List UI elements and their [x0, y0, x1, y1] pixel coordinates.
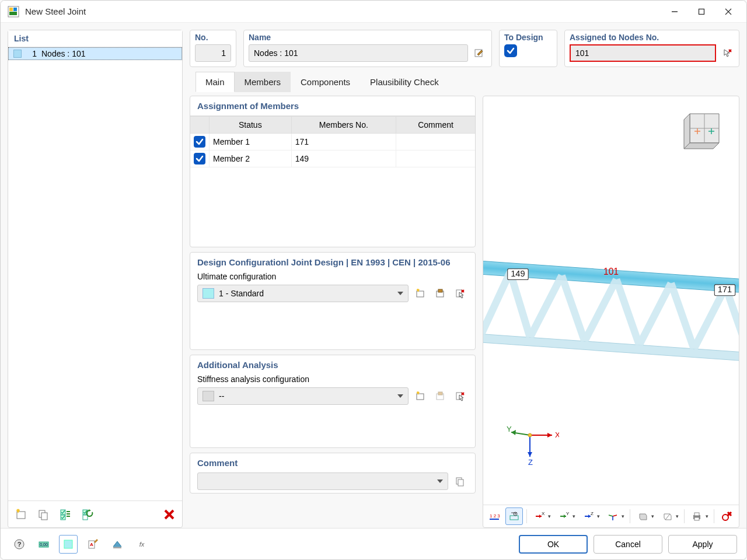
view-z-button[interactable]: Z — [580, 508, 597, 525]
svg-marker-87 — [640, 514, 647, 520]
form-column: Assignment of Members Status Members No.… — [190, 96, 476, 528]
delete-item-button[interactable] — [160, 505, 179, 524]
svg-line-55 — [666, 284, 698, 349]
window-maximize-button[interactable] — [688, 3, 715, 20]
assigned-nodes-label: Assigned to Nodes No. — [570, 33, 734, 42]
svg-rect-92 — [694, 517, 699, 520]
title-bar: New Steel Joint — [1, 1, 746, 23]
dimensions-toggle-button[interactable] — [505, 508, 523, 525]
color-button[interactable] — [59, 535, 78, 554]
list-item-index: 1 — [26, 49, 37, 58]
member-row-checkbox[interactable] — [194, 136, 205, 148]
name-label: Name — [249, 33, 487, 42]
name-field-block: Name — [243, 30, 492, 67]
stiffness-config-combo[interactable]: -- — [197, 387, 409, 405]
comment-copy-button[interactable] — [452, 473, 468, 489]
table-row[interactable]: Member 2 149 — [190, 150, 475, 167]
assigned-nodes-input[interactable] — [570, 44, 716, 62]
print-button[interactable] — [688, 508, 706, 525]
tab-strip: Main Members Components Plausibility Che… — [190, 72, 739, 92]
new-item-button[interactable] — [12, 505, 30, 524]
preview-canvas[interactable]: 149 101 171 X Y — [483, 96, 739, 505]
ok-button[interactable]: OK — [519, 535, 588, 554]
remove-view-button[interactable] — [718, 508, 735, 525]
loads-button[interactable] — [108, 535, 127, 554]
copy-item-button[interactable] — [34, 505, 53, 524]
member-number: 171 — [291, 134, 396, 150]
units-button[interactable]: 0,00 — [34, 535, 53, 554]
member-row-checkbox[interactable] — [194, 153, 205, 164]
library-config-button[interactable] — [432, 285, 448, 302]
members-col-blank — [190, 116, 210, 134]
members-col-status[interactable]: Status — [210, 116, 292, 134]
ultimate-config-value: 1 - Standard — [219, 289, 264, 298]
check-all-button[interactable] — [56, 505, 75, 524]
iso-view-button[interactable] — [604, 508, 622, 525]
tab-components[interactable]: Components — [291, 72, 360, 92]
chevron-down-icon — [397, 292, 403, 295]
library-stiffness-button[interactable] — [432, 388, 448, 404]
svg-text:X: X — [555, 430, 559, 439]
table-row[interactable]: Member 1 171 — [190, 134, 475, 150]
no-field-block: No. — [190, 30, 236, 67]
svg-rect-2 — [13, 8, 17, 11]
chevron-down-icon — [437, 480, 443, 483]
labels-toggle-button[interactable]: 1 2 3 — [486, 508, 503, 525]
svg-marker-64 — [511, 430, 516, 435]
help-button[interactable]: ? — [10, 535, 29, 554]
members-col-number[interactable]: Members No. — [291, 116, 396, 134]
tab-plausibility[interactable]: Plausibility Check — [360, 72, 449, 92]
list-item[interactable]: 1 Nodes : 101 — [8, 47, 182, 60]
preview-member-right-label: 171 — [718, 285, 732, 294]
view-y-button[interactable]: Y — [555, 508, 573, 525]
check-toggle-button[interactable] — [78, 505, 97, 524]
preview-member-left-label: 149 — [511, 269, 525, 278]
window-minimize-button[interactable] — [661, 3, 688, 20]
new-config-button[interactable] — [412, 285, 428, 302]
view-x-button[interactable]: X — [530, 508, 548, 525]
comment-combo[interactable] — [197, 473, 448, 490]
section-title-design: Design Configurationl Joint Design | EN … — [190, 253, 475, 272]
svg-line-52 — [585, 278, 616, 344]
app-icon — [8, 6, 19, 18]
svg-rect-1 — [9, 8, 13, 11]
members-col-comment[interactable]: Comment — [396, 116, 475, 134]
svg-marker-67 — [528, 452, 532, 457]
tab-main[interactable]: Main — [196, 72, 235, 92]
tab-members[interactable]: Members — [235, 72, 291, 92]
pick-config-button[interactable] — [452, 285, 468, 302]
svg-line-84 — [613, 515, 617, 516]
svg-line-48 — [483, 270, 510, 335]
additional-analysis-section: Additional Analysis Stiffness analysis c… — [190, 355, 476, 448]
svg-point-69 — [528, 433, 532, 437]
svg-rect-72 — [510, 516, 518, 520]
to-design-label: To Design — [504, 33, 543, 42]
edit-style-button[interactable]: A — [83, 535, 102, 554]
pick-nodes-button[interactable] — [720, 45, 734, 61]
window-close-button[interactable] — [715, 3, 742, 20]
svg-rect-12 — [41, 513, 47, 520]
svg-text:1 2 3: 1 2 3 — [490, 513, 500, 519]
list-item-color-swatch — [13, 50, 22, 58]
formula-button[interactable]: fx — [132, 535, 151, 554]
no-input[interactable] — [195, 44, 231, 62]
cancel-button[interactable]: Cancel — [594, 535, 662, 554]
name-input[interactable] — [249, 44, 468, 62]
svg-text:fx: fx — [139, 541, 145, 548]
edit-name-button[interactable] — [472, 45, 487, 61]
new-stiffness-button[interactable] — [412, 388, 428, 404]
svg-point-25 — [417, 289, 419, 291]
wireframe-view-button[interactable] — [658, 508, 676, 525]
ultimate-config-combo[interactable]: 1 - Standard — [197, 285, 409, 302]
bottom-bar: ? 0,00 A fx OK Cancel Apply — [1, 528, 746, 559]
list-panel: List 1 Nodes : 101 — [8, 30, 183, 528]
solid-view-button[interactable] — [634, 508, 651, 525]
apply-button[interactable]: Apply — [668, 535, 737, 554]
pick-stiffness-button[interactable] — [452, 388, 468, 404]
to-design-checkbox[interactable] — [504, 44, 517, 57]
members-table: Status Members No. Comment Member 1 171 — [190, 116, 475, 167]
svg-rect-27 — [438, 289, 442, 292]
comment-section: Comment — [190, 453, 476, 494]
svg-rect-40 — [458, 480, 463, 486]
svg-point-74 — [515, 513, 516, 514]
